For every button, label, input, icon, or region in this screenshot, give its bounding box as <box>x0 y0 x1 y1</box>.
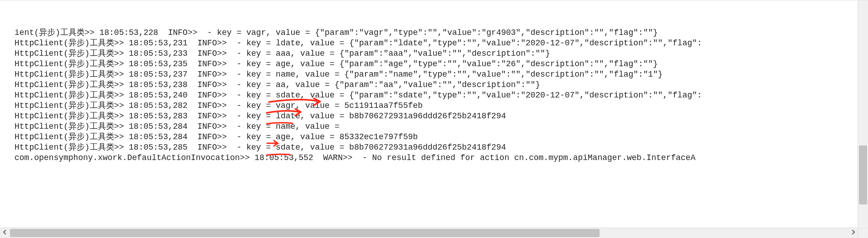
log-line: HttpClient(异步)工具类>> 18:05:53,237 INFO>> … <box>15 69 857 80</box>
log-output[interactable]: ient(异步)工具类>> 18:05:53,228 INFO>> - key … <box>0 0 857 227</box>
chevron-left-icon <box>3 230 7 236</box>
vertical-scrollbar[interactable] <box>858 0 868 227</box>
log-line: com.opensymphony.xwork.DefaultActionInvo… <box>15 153 857 163</box>
log-line: HttpClient(异步)工具类>> 18:05:53,282 INFO>> … <box>15 101 857 111</box>
log-line: HttpClient(异步)工具类>> 18:05:53,235 INFO>> … <box>15 59 857 69</box>
log-line: HttpClient(异步)工具类>> 18:05:53,283 INFO>> … <box>15 111 857 121</box>
scroll-right-button[interactable] <box>848 228 858 238</box>
log-line: HttpClient(异步)工具类>> 18:05:53,284 INFO>> … <box>15 121 857 132</box>
log-line: HttpClient(异步)工具类>> 18:05:53,238 INFO>> … <box>15 80 857 90</box>
log-line: HttpClient(异步)工具类>> 18:05:53,284 INFO>> … <box>15 132 857 142</box>
scroll-left-button[interactable] <box>0 228 10 238</box>
scrollbar-corner <box>858 228 868 238</box>
horizontal-scrollbar-thumb[interactable] <box>10 229 600 237</box>
log-line: ient(异步)工具类>> 18:05:53,228 INFO>> - key … <box>15 28 857 38</box>
log-line: HttpClient(异步)工具类>> 18:05:53,285 INFO>> … <box>15 142 857 153</box>
chevron-right-icon <box>851 230 855 236</box>
log-line: HttpClient(异步)工具类>> 18:05:53,240 INFO>> … <box>15 90 857 101</box>
log-line: HttpClient(异步)工具类>> 18:05:53,231 INFO>> … <box>15 38 857 49</box>
horizontal-scrollbar[interactable] <box>0 228 868 238</box>
vertical-scrollbar-thumb[interactable] <box>859 146 867 204</box>
log-viewer: ient(异步)工具类>> 18:05:53,228 INFO>> - key … <box>0 0 868 238</box>
horizontal-scrollbar-track[interactable] <box>10 228 848 238</box>
log-line: HttpClient(异步)工具类>> 18:05:53,233 INFO>> … <box>15 49 857 59</box>
